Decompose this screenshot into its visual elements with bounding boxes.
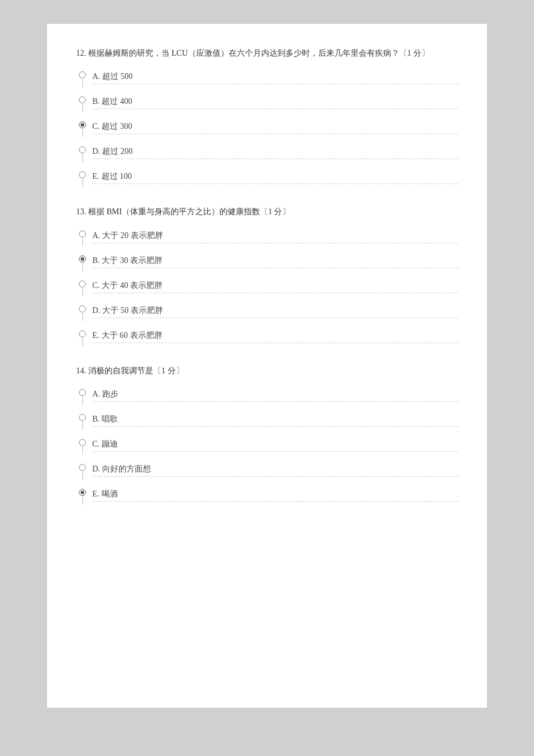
option-label-q13-2: C. 大于 40 表示肥胖 (92, 279, 458, 293)
radio-wrapper-q13-3 (76, 305, 89, 321)
option-label-q14-4: E. 喝酒 (92, 488, 458, 502)
question-block-q14: 14. 消极的自我调节是〔1 分〕A. 跑步B. 唱歌C. 蹦迪D. 向好的方面… (76, 365, 458, 505)
radio-wrapper-q14-0 (76, 389, 89, 405)
radio-circle-q12-4[interactable] (79, 171, 86, 178)
question-block-q12: 12. 根据赫姆斯的研究，当 LCU（应激值）在六个月内达到多少时，后来几年里会… (76, 47, 458, 187)
radio-line-q13-4 (82, 338, 83, 346)
question-title-q12: 12. 根据赫姆斯的研究，当 LCU（应激值）在六个月内达到多少时，后来几年里会… (76, 47, 458, 60)
radio-line-q12-1 (82, 104, 83, 112)
option-item-q14-4[interactable]: E. 喝酒 (76, 488, 458, 505)
option-item-q12-3[interactable]: D. 超过 200 (76, 145, 458, 162)
options-list-q13: A. 大于 20 表示肥胖B. 大于 30 表示肥胖C. 大于 40 表示肥胖D… (76, 229, 458, 346)
radio-line-q12-2 (82, 129, 83, 137)
radio-line-q13-3 (82, 313, 83, 321)
radio-circle-q12-3[interactable] (79, 146, 86, 153)
option-item-q14-0[interactable]: A. 跑步 (76, 388, 458, 405)
radio-circle-q13-3[interactable] (79, 305, 86, 312)
radio-wrapper-q14-1 (76, 414, 89, 430)
options-list-q12: A. 超过 500B. 超过 400C. 超过 300D. 超过 200E. 超… (76, 70, 458, 187)
radio-circle-q12-2[interactable] (79, 121, 86, 128)
option-label-q12-1: B. 超过 400 (92, 95, 458, 109)
radio-wrapper-q12-4 (76, 171, 89, 187)
option-item-q13-0[interactable]: A. 大于 20 表示肥胖 (76, 229, 458, 246)
option-label-q14-3: D. 向好的方面想 (92, 463, 458, 477)
radio-circle-q13-2[interactable] (79, 280, 86, 287)
radio-wrapper-q14-4 (76, 489, 89, 505)
radio-line-q14-0 (82, 397, 83, 405)
page-container: 12. 根据赫姆斯的研究，当 LCU（应激值）在六个月内达到多少时，后来几年里会… (46, 23, 488, 708)
option-label-q13-1: B. 大于 30 表示肥胖 (92, 254, 458, 268)
radio-circle-q14-2[interactable] (79, 439, 86, 446)
question-block-q13: 13. 根据 BMI（体重与身高的平方之比）的健康指数〔1 分〕A. 大于 20… (76, 206, 458, 345)
radio-wrapper-q14-2 (76, 439, 89, 455)
option-label-q14-2: C. 蹦迪 (92, 438, 458, 452)
radio-circle-q14-0[interactable] (79, 389, 86, 396)
option-label-q13-3: D. 大于 50 表示肥胖 (92, 304, 458, 318)
option-label-q14-1: B. 唱歌 (92, 413, 458, 427)
option-item-q14-3[interactable]: D. 向好的方面想 (76, 463, 458, 480)
radio-line-q12-3 (82, 154, 83, 162)
option-label-q13-4: E. 大于 60 表示肥胖 (92, 329, 458, 343)
option-item-q12-2[interactable]: C. 超过 300 (76, 120, 458, 137)
radio-circle-q14-4[interactable] (79, 489, 86, 496)
radio-circle-q12-0[interactable] (79, 71, 86, 78)
question-title-q13: 13. 根据 BMI（体重与身高的平方之比）的健康指数〔1 分〕 (76, 206, 458, 218)
radio-line-q13-1 (82, 263, 83, 271)
radio-wrapper-q12-3 (76, 146, 89, 162)
radio-wrapper-q12-1 (76, 96, 89, 112)
radio-circle-q13-4[interactable] (79, 330, 86, 337)
radio-wrapper-q13-0 (76, 231, 89, 246)
option-item-q12-1[interactable]: B. 超过 400 (76, 95, 458, 112)
radio-line-q13-2 (82, 288, 83, 296)
radio-wrapper-q14-3 (76, 464, 89, 480)
option-item-q13-2[interactable]: C. 大于 40 表示肥胖 (76, 279, 458, 296)
radio-circle-q13-1[interactable] (79, 255, 86, 262)
option-label-q12-4: E. 超过 100 (92, 170, 458, 184)
option-label-q12-0: A. 超过 500 (92, 70, 458, 84)
option-item-q13-3[interactable]: D. 大于 50 表示肥胖 (76, 304, 458, 321)
option-item-q14-2[interactable]: C. 蹦迪 (76, 438, 458, 455)
option-label-q14-0: A. 跑步 (92, 388, 458, 402)
radio-line-q14-1 (82, 422, 83, 430)
radio-circle-q14-3[interactable] (79, 464, 86, 471)
radio-circle-q14-1[interactable] (79, 414, 86, 421)
options-list-q14: A. 跑步B. 唱歌C. 蹦迪D. 向好的方面想E. 喝酒 (76, 388, 458, 505)
radio-line-q14-4 (82, 496, 83, 505)
radio-wrapper-q12-0 (76, 71, 89, 87)
radio-circle-q13-0[interactable] (79, 231, 86, 237)
radio-wrapper-q13-1 (76, 255, 89, 271)
option-item-q12-0[interactable]: A. 超过 500 (76, 70, 458, 87)
radio-wrapper-q12-2 (76, 121, 89, 137)
option-item-q12-4[interactable]: E. 超过 100 (76, 170, 458, 187)
option-item-q13-1[interactable]: B. 大于 30 表示肥胖 (76, 254, 458, 271)
option-label-q12-2: C. 超过 300 (92, 120, 458, 134)
radio-line-q14-2 (82, 447, 83, 455)
radio-line-q12-4 (82, 179, 83, 187)
option-label-q12-3: D. 超过 200 (92, 145, 458, 159)
radio-wrapper-q13-2 (76, 280, 89, 296)
question-title-q14: 14. 消极的自我调节是〔1 分〕 (76, 365, 458, 377)
radio-line-q13-0 (82, 238, 83, 246)
radio-line-q14-3 (82, 471, 83, 480)
radio-wrapper-q13-4 (76, 330, 89, 346)
radio-line-q12-0 (82, 79, 83, 87)
option-item-q13-4[interactable]: E. 大于 60 表示肥胖 (76, 329, 458, 346)
option-item-q14-1[interactable]: B. 唱歌 (76, 413, 458, 430)
option-label-q13-0: A. 大于 20 表示肥胖 (92, 229, 458, 243)
radio-circle-q12-1[interactable] (79, 96, 86, 103)
